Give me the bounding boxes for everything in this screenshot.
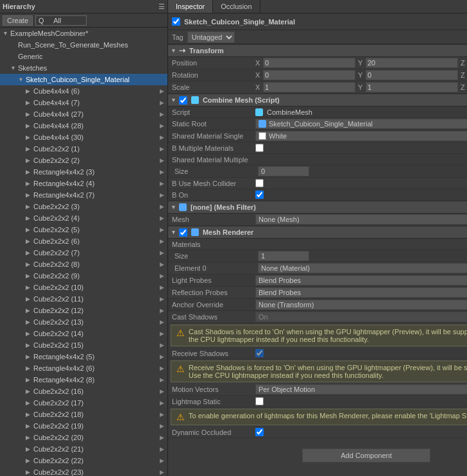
rotation-y-input[interactable] bbox=[366, 70, 458, 80]
tree-item-c12[interactable]: ▶Cube2x2x2 (4)▶ bbox=[0, 212, 167, 224]
tree-item-c18[interactable]: ▶Cube2x2x2 (10)▶ bbox=[0, 282, 167, 293]
size-input-combine[interactable] bbox=[258, 166, 309, 176]
receive-shadows-warning: ⚠ Receive Shadows is forced to 'On' when… bbox=[171, 361, 467, 382]
tree-item-c15[interactable]: ▶Cube2x2x2 (7)▶ bbox=[0, 247, 167, 259]
shared-material-single-field[interactable]: White ● bbox=[255, 131, 467, 141]
tree-item-run[interactable]: Run_Scene_To_Generate_Meshes bbox=[0, 39, 167, 51]
tab-inspector[interactable]: Inspector bbox=[168, 0, 213, 13]
cast-shadows-row: Cast Shadows On bbox=[168, 311, 467, 323]
tree-item-c29[interactable]: ▶Cube2x2x2 (18)▶ bbox=[0, 409, 167, 420]
mr-size-input[interactable] bbox=[258, 251, 309, 261]
tree-label-c15: Cube2x2x2 (7) bbox=[33, 249, 160, 257]
scale-x-input[interactable] bbox=[263, 82, 355, 92]
tree-item-c16[interactable]: ▶Cube2x2x2 (8)▶ bbox=[0, 259, 167, 270]
tree-item-sketches[interactable]: ▼Sketches bbox=[0, 62, 167, 74]
element0-dropdown[interactable]: None (Material) ▼ bbox=[258, 263, 467, 273]
combine-mesh-section-header[interactable]: ▼ Combine Mesh (Script) ↗ ⚙ bbox=[168, 94, 467, 106]
position-x-field: X bbox=[255, 58, 355, 68]
tree-item-c6[interactable]: ▶Cube2x2x2 (1)▶ bbox=[0, 143, 167, 155]
tree-item-c25[interactable]: ▶Rectangle4x4x2 (6)▶ bbox=[0, 362, 167, 374]
tree-item-c2[interactable]: ▶Cube4x4x4 (7)▶ bbox=[0, 97, 167, 108]
tree-expand-c29: ▶ bbox=[160, 411, 166, 418]
tree-item-c14[interactable]: ▶Cube2x2x2 (6)▶ bbox=[0, 235, 167, 247]
scale-y-input[interactable] bbox=[366, 82, 458, 92]
light-probes-dropdown[interactable]: Blend Probes ▼ bbox=[255, 275, 467, 285]
tree-label-c11: Cube2x2x2 (3) bbox=[33, 203, 160, 210]
position-y-input[interactable] bbox=[366, 58, 458, 68]
tree-item-c3[interactable]: ▶Cube4x4x4 (27)▶ bbox=[0, 108, 167, 120]
motion-vectors-dropdown[interactable]: Per Object Motion ▼ bbox=[255, 384, 467, 395]
transform-section-header[interactable]: ▼ ⇢ Transform ⚙ bbox=[168, 44, 467, 57]
rotation-x-input[interactable] bbox=[263, 70, 355, 80]
b-on-checkbox[interactable] bbox=[255, 191, 264, 199]
tree-item-c8[interactable]: ▶Rectangle4x4x2 (3)▶ bbox=[0, 166, 167, 178]
tree-item-generic[interactable]: Generic bbox=[0, 51, 167, 62]
tree-item-c28[interactable]: ▶Cube2x2x2 (17)▶ bbox=[0, 397, 167, 409]
tree-item-c1[interactable]: ▶Cube4x4x4 (6)▶ bbox=[0, 85, 167, 97]
tree-item-c13[interactable]: ▶Cube2x2x2 (5)▶ bbox=[0, 224, 167, 235]
script-field[interactable]: CombineMesh bbox=[255, 108, 467, 116]
tree-item-c22[interactable]: ▶Cube2x2x2 (14)▶ bbox=[0, 328, 167, 339]
reflection-probes-dropdown[interactable]: Blend Probes ▼ bbox=[255, 287, 467, 298]
tab-occlusion[interactable]: Occlusion bbox=[213, 0, 260, 13]
b-on-row: B On bbox=[168, 189, 467, 201]
hierarchy-menu-icon: ☰ bbox=[158, 3, 165, 11]
tree-item-c5[interactable]: ▶Cube4x4x4 (30)▶ bbox=[0, 132, 167, 143]
tree-arrow-c24: ▶ bbox=[26, 353, 33, 360]
tree-item-c33[interactable]: ▶Cube2x2x2 (22)▶ bbox=[0, 455, 167, 466]
tree-item-root[interactable]: ▼ExampleMeshCombiner* bbox=[0, 28, 167, 39]
position-x-input[interactable] bbox=[263, 58, 355, 68]
dynamic-occluded-checkbox[interactable] bbox=[255, 428, 264, 436]
tree-label-c5: Cube4x4x4 (30) bbox=[33, 133, 160, 141]
lightmap-static-checkbox[interactable] bbox=[255, 397, 264, 405]
light-probes-row: Light Probes Blend Probes ▼ bbox=[168, 275, 467, 287]
cast-shadows-warning: ⚠ Cast Shadows is forced to 'On' when us… bbox=[171, 325, 467, 346]
tree-item-c23[interactable]: ▶Cube2x2x2 (15)▶ bbox=[0, 339, 167, 351]
tree-item-c26[interactable]: ▶Rectangle4x4x2 (8)▶ bbox=[0, 374, 167, 386]
tree-item-c17[interactable]: ▶Cube2x2x2 (9)▶ bbox=[0, 270, 167, 282]
mesh-dropdown[interactable]: None (Mesh) ▼ bbox=[255, 214, 467, 225]
mesh-renderer-active-checkbox[interactable] bbox=[179, 228, 187, 237]
size-label-combine: Size bbox=[174, 167, 258, 175]
object-active-checkbox[interactable] bbox=[172, 17, 180, 26]
anchor-override-dropdown[interactable]: None (Transform) ▼ bbox=[255, 300, 467, 310]
object-header: Sketch_Cubicon_Single_Material Static bbox=[168, 13, 467, 30]
mesh-renderer-section-header[interactable]: ▼ Mesh Renderer ↗ ⚙ bbox=[168, 226, 467, 239]
position-y-field: Y bbox=[358, 58, 458, 68]
tree-expand-c27: ▶ bbox=[160, 388, 166, 395]
b-multiple-checkbox[interactable] bbox=[255, 144, 264, 152]
tree-item-c21[interactable]: ▶Cube2x2x2 (13)▶ bbox=[0, 316, 167, 328]
tree-item-c27[interactable]: ▶Cube2x2x2 (16)▶ bbox=[0, 386, 167, 397]
create-button[interactable]: Create bbox=[3, 15, 33, 26]
tree-item-c30[interactable]: ▶Cube2x2x2 (19)▶ bbox=[0, 420, 167, 432]
tree-item-c19[interactable]: ▶Cube2x2x2 (11)▶ bbox=[0, 293, 167, 305]
tree-item-c11[interactable]: ▶Cube2x2x2 (3)▶ bbox=[0, 201, 167, 212]
tag-select[interactable]: Untagged bbox=[187, 31, 235, 43]
tree-item-c7[interactable]: ▶Cube2x2x2 (2)▶ bbox=[0, 155, 167, 166]
cast-shadows-value: On bbox=[259, 313, 268, 321]
static-root-field[interactable]: Sketch_Cubicon_Single_Material ● bbox=[255, 119, 467, 129]
tree-arrow-c15: ▶ bbox=[26, 250, 33, 256]
mesh-filter-section-header[interactable]: ▼ [none] (Mesh Filter) ↗ ⚙ bbox=[168, 201, 467, 214]
rotation-row: Rotation X Y Z bbox=[168, 69, 467, 81]
b-use-mesh-checkbox[interactable] bbox=[255, 179, 264, 187]
tree-item-c31[interactable]: ▶Cube2x2x2 (20)▶ bbox=[0, 432, 167, 443]
tree-item-c4[interactable]: ▶Cube4x4x4 (28)▶ bbox=[0, 120, 167, 132]
combine-active-checkbox[interactable] bbox=[179, 96, 187, 105]
light-probes-label: Light Probes bbox=[172, 276, 255, 284]
tree-expand-c28: ▶ bbox=[160, 400, 166, 406]
scale-label: Scale bbox=[172, 83, 255, 91]
tree-item-c24[interactable]: ▶Rectangle4x4x2 (5)▶ bbox=[0, 351, 167, 362]
tree-item-sketch1[interactable]: ▼Sketch_Cubicon_Single_Material bbox=[0, 74, 167, 85]
tree-item-c20[interactable]: ▶Cube2x2x2 (12)▶ bbox=[0, 305, 167, 316]
tree-item-c32[interactable]: ▶Cube2x2x2 (21)▶ bbox=[0, 443, 167, 455]
tree-arrow-root: ▼ bbox=[3, 30, 10, 37]
scale-row: Scale X Y Z bbox=[168, 81, 467, 94]
tree-item-c34[interactable]: ▶Cube2x2x2 (23)▶ bbox=[0, 466, 167, 476]
hierarchy-search[interactable] bbox=[35, 15, 87, 26]
tree-arrow-c3: ▶ bbox=[26, 111, 33, 117]
tree-item-c10[interactable]: ▶Rectangle4x4x2 (7)▶ bbox=[0, 189, 167, 201]
tree-item-c9[interactable]: ▶Rectangle4x4x2 (4)▶ bbox=[0, 178, 167, 189]
add-component-button[interactable]: Add Component bbox=[302, 448, 430, 463]
b-on-label: B On bbox=[172, 191, 255, 199]
